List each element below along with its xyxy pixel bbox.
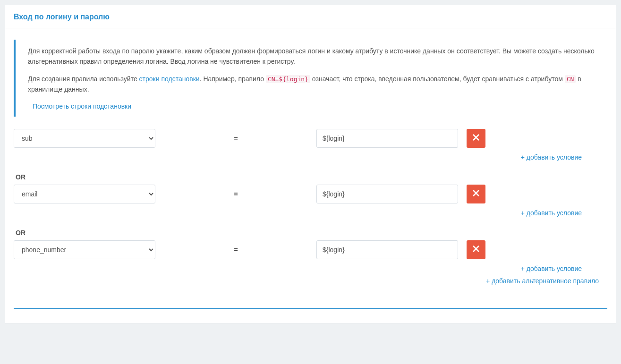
equals-label: = [164, 190, 308, 198]
example-code-2: CN [565, 75, 576, 83]
login-rules-panel: Вход по логину и паролю Для корректной р… [5, 5, 616, 323]
section-separator [14, 308, 607, 309]
substitution-strings-link[interactable]: строки подстановки [139, 75, 200, 83]
view-substitution-link[interactable]: Посмотреть строки подстановки [33, 102, 131, 110]
panel-body: Для корректной работы входа по паролю ук… [5, 28, 616, 323]
login-pattern-input[interactable] [316, 185, 458, 203]
info-paragraph-2: Для создания правила используйте строки … [28, 74, 598, 94]
add-condition-link[interactable]: + добавить условие [521, 265, 582, 272]
add-condition-link[interactable]: + добавить условие [521, 153, 582, 161]
rules-container: subemailphone_number = + добавить услови… [14, 129, 607, 293]
rule-row: subemailphone_number = [14, 129, 607, 148]
or-separator: OR [14, 173, 607, 181]
add-alternative-rule-link[interactable]: + добавить альтернативное правило [486, 277, 599, 285]
attribute-select[interactable]: subemailphone_number [14, 240, 155, 259]
attribute-select[interactable]: subemailphone_number [14, 129, 155, 148]
rule-row: subemailphone_number = [14, 240, 607, 259]
add-condition-link[interactable]: + добавить условие [521, 209, 582, 217]
or-separator: OR [14, 229, 607, 237]
close-icon [473, 245, 479, 254]
delete-rule-button[interactable] [467, 185, 485, 203]
rule-row: subemailphone_number = [14, 185, 607, 203]
login-pattern-input[interactable] [316, 240, 458, 259]
info-paragraph-1: Для корректной работы входа по паролю ук… [28, 46, 598, 67]
delete-rule-button[interactable] [467, 240, 485, 259]
close-icon [473, 134, 479, 142]
equals-label: = [164, 246, 308, 254]
info-block: Для корректной работы входа по паролю ук… [14, 40, 607, 117]
login-pattern-input[interactable] [316, 129, 458, 148]
delete-rule-button[interactable] [467, 129, 485, 148]
equals-label: = [164, 135, 308, 142]
panel-title: Вход по логину и паролю [14, 13, 110, 21]
example-code-1: CN=${login} [266, 75, 310, 83]
panel-header: Вход по логину и паролю [5, 5, 616, 28]
attribute-select[interactable]: subemailphone_number [14, 185, 155, 203]
close-icon [473, 190, 479, 198]
